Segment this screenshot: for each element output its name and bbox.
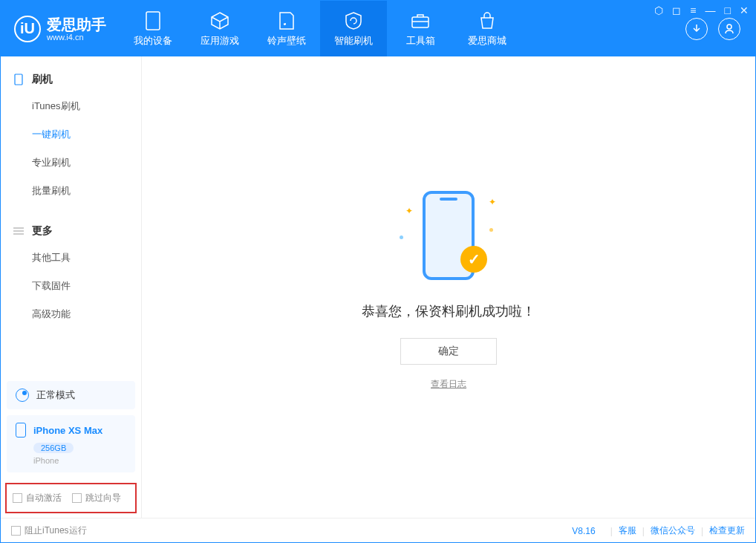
device-box[interactable]: iPhone XS Max 256GB iPhone <box>7 415 135 472</box>
checkmark-badge-icon: ✓ <box>460 246 487 273</box>
maximize-button[interactable]: □ <box>725 4 731 16</box>
footer-bar: 阻止iTunes运行 V8.16 | 客服 | 微信公众号 | 检查更新 <box>1 518 755 543</box>
toolbox-icon <box>410 10 431 31</box>
sidebar-item-other-tools[interactable]: 其他工具 <box>1 244 141 272</box>
svg-rect-1 <box>412 17 428 27</box>
checkbox-skip-guide[interactable]: 跳过向导 <box>72 492 121 504</box>
nav-tabs: 我的设备 应用游戏 铃声壁纸 智能刷机 工具箱 爱思商城 <box>120 1 521 56</box>
success-illustration: ✦ ✦ ✓ <box>397 183 501 287</box>
dot-icon <box>400 235 403 239</box>
tab-smart-flash[interactable]: 智能刷机 <box>320 1 387 56</box>
tab-store[interactable]: 爱思商城 <box>454 1 521 56</box>
success-message: 恭喜您，保资料刷机成功啦！ <box>362 302 535 320</box>
sidebar-item-pro-flash[interactable]: 专业刷机 <box>1 149 141 177</box>
app-logo-icon: iU <box>14 16 41 42</box>
close-button[interactable]: ✕ <box>740 4 749 16</box>
tab-my-device[interactable]: 我的设备 <box>120 1 186 56</box>
tab-ringtones[interactable]: 铃声壁纸 <box>253 1 320 56</box>
svg-rect-0 <box>146 12 160 30</box>
cube-icon <box>209 10 230 31</box>
logo-area: iU 爱思助手 www.i4.cn <box>1 1 120 56</box>
mode-label: 正常模式 <box>36 388 75 402</box>
footer-link-update[interactable]: 检查更新 <box>709 524 745 537</box>
device-capacity: 256GB <box>33 443 74 453</box>
device-phone-icon <box>16 423 26 438</box>
sidebar-item-advanced[interactable]: 高级功能 <box>1 300 141 328</box>
sparkle-icon: ✦ <box>489 197 496 207</box>
main-content: ✦ ✦ ✓ 恭喜您，保资料刷机成功啦！ 确定 查看日志 <box>142 56 755 518</box>
device-name: iPhone XS Max <box>33 425 102 436</box>
version-label: V8.16 <box>572 526 595 536</box>
menu-icon[interactable]: ≡ <box>690 4 696 16</box>
app-url: www.i4.cn <box>47 33 106 42</box>
highlighted-checkbox-row: 自动激活 跳过向导 <box>5 483 137 513</box>
sidebar-item-download-fw[interactable]: 下载固件 <box>1 272 141 300</box>
ok-button[interactable]: 确定 <box>400 338 497 365</box>
tab-apps-games[interactable]: 应用游戏 <box>186 1 253 56</box>
footer-link-support[interactable]: 客服 <box>619 524 636 537</box>
mode-box[interactable]: 正常模式 <box>7 381 135 409</box>
checkbox-auto-activate[interactable]: 自动激活 <box>13 492 62 504</box>
checkbox-block-itunes[interactable]: 阻止iTunes运行 <box>11 524 87 537</box>
feedback-icon[interactable]: ◻ <box>672 4 681 16</box>
sidebar-item-batch-flash[interactable]: 批量刷机 <box>1 177 141 205</box>
bag-icon <box>477 10 498 31</box>
skin-icon[interactable]: ⬡ <box>654 4 663 16</box>
user-button[interactable] <box>718 18 740 40</box>
header-bar: iU 爱思助手 www.i4.cn 我的设备 应用游戏 铃声壁纸 智能刷机 工具… <box>1 1 755 56</box>
sparkle-icon: ✦ <box>405 206 413 216</box>
window-controls: ⬡ ◻ ≡ — □ ✕ <box>654 4 749 16</box>
device-type: iPhone <box>33 456 126 465</box>
minimize-button[interactable]: — <box>706 4 716 16</box>
footer-link-wechat[interactable]: 微信公众号 <box>651 524 695 537</box>
sidebar-item-oneclick-flash[interactable]: 一键刷机 <box>1 120 141 149</box>
app-name: 爱思助手 <box>47 16 106 33</box>
sidebar: 刷机 iTunes刷机 一键刷机 专业刷机 批量刷机 更多 其他工具 下载固件 … <box>1 56 142 518</box>
phone-small-icon <box>13 74 25 85</box>
svg-rect-4 <box>15 74 22 85</box>
list-icon <box>13 225 25 237</box>
phone-icon <box>143 10 163 31</box>
sidebar-section-flash: 刷机 <box>1 67 141 92</box>
shield-sync-icon <box>343 10 364 31</box>
view-log-link[interactable]: 查看日志 <box>431 378 466 391</box>
sidebar-section-more: 更多 <box>1 218 141 244</box>
svg-point-3 <box>727 25 731 29</box>
mode-icon <box>16 388 29 402</box>
dot-icon <box>489 228 493 232</box>
tab-toolbox[interactable]: 工具箱 <box>387 1 454 56</box>
download-button[interactable] <box>685 18 708 40</box>
music-file-icon <box>276 10 297 31</box>
sidebar-item-itunes-flash[interactable]: iTunes刷机 <box>1 92 141 120</box>
